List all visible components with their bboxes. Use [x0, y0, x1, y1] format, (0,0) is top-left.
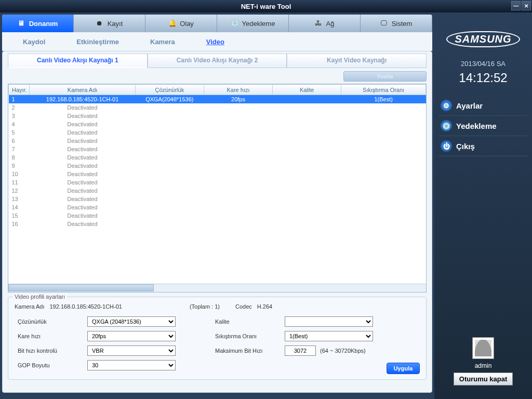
- source-tab-live2[interactable]: Canlı Video Akışı Kaynağı 2: [148, 54, 287, 68]
- quality-select[interactable]: [285, 316, 373, 327]
- maxbr-label: Maksimum Bit Hızı: [212, 348, 285, 354]
- subtab-register[interactable]: Kaydol: [23, 38, 45, 46]
- col-comp[interactable]: Sıkıştırma Oranı: [341, 85, 426, 95]
- col-no[interactable]: Hayır.: [9, 85, 30, 95]
- table-row[interactable]: 2Deactivated: [9, 103, 426, 112]
- table-row[interactable]: 14Deactivated: [9, 203, 426, 211]
- gear-icon: ⚙: [441, 100, 452, 111]
- quality-label: Kalite: [212, 318, 285, 325]
- camera-table-wrap: Hayır. Kamera Adı Çözünürlük Kare hızı K…: [8, 84, 427, 292]
- logout-button[interactable]: Oturumu kapat: [454, 373, 513, 385]
- maxbr-hint: (64 ~ 30720Kbps): [320, 348, 366, 354]
- subtab-activate[interactable]: Etkinleştirme: [76, 38, 119, 46]
- record-icon: ⏺: [96, 19, 104, 28]
- profile-codec-label: Codec: [235, 303, 252, 310]
- settings-button[interactable]: ⚙Ayarlar: [438, 96, 528, 116]
- user-name: admin: [438, 362, 528, 369]
- resolution-select[interactable]: QXGA (2048*1536): [87, 316, 176, 327]
- brand-logo: SAMSUNG: [438, 31, 528, 47]
- subtab-video[interactable]: Video: [206, 38, 224, 46]
- source-tab-record[interactable]: Kayıt Video Kaynağı: [287, 54, 427, 68]
- max-bitrate-input[interactable]: [285, 345, 316, 356]
- table-row[interactable]: 13Deactivated: [9, 195, 426, 203]
- power-icon: ⏻: [441, 140, 452, 152]
- source-tab-live1[interactable]: Canlı Video Akışı Kaynağı 1: [8, 54, 148, 68]
- tab-hardware[interactable]: 🖥Donanım: [2, 15, 74, 32]
- brc-label: Bit hızı kontrolü: [15, 348, 87, 354]
- col-res[interactable]: Çözünürlük: [135, 85, 204, 95]
- table-row[interactable]: 1192.168.0.185:4520-1CH-01QXGA(2048*1536…: [9, 95, 426, 104]
- backup-button[interactable]: 💿Yedekleme: [438, 116, 528, 136]
- horizontal-scrollbar[interactable]: [8, 284, 426, 292]
- profile-codec: H.264: [257, 303, 272, 310]
- hardware-icon: 🖥: [18, 19, 26, 28]
- framerate-select[interactable]: 20fps: [87, 331, 176, 341]
- table-row[interactable]: 3Deactivated: [9, 112, 426, 120]
- date-display: 2013/04/16 SA: [438, 60, 528, 68]
- profile-total: (Toplam : 1): [190, 303, 220, 310]
- bitrate-control-select[interactable]: VBR: [87, 345, 176, 356]
- tab-system[interactable]: 🖵Sistem: [361, 15, 432, 32]
- user-avatar: [472, 337, 494, 359]
- compression-select[interactable]: 1(Best): [285, 331, 373, 341]
- time-display: 14:12:52: [438, 71, 528, 85]
- main-tabs: 🖥Donanım ⏺Kayıt 🔔Olay 💿Yedekleme 🖧Ağ 🖵Si…: [2, 15, 432, 32]
- monitor-icon: 🖵: [380, 19, 389, 28]
- gop-select[interactable]: 30: [87, 360, 176, 370]
- col-q[interactable]: Kalite: [273, 85, 341, 95]
- refresh-button[interactable]: Yenile: [343, 71, 427, 82]
- app-title: NET-i ware Tool: [241, 3, 291, 10]
- col-fps[interactable]: Kare hızı: [204, 85, 272, 95]
- res-label: Çözünürlük: [15, 318, 87, 325]
- title-bar: NET-i ware Tool — ✕: [0, 0, 532, 12]
- subtab-camera[interactable]: Kamera: [150, 38, 175, 46]
- tab-network[interactable]: 🖧Ağ: [289, 15, 361, 32]
- col-name[interactable]: Kamera Adı: [30, 85, 135, 95]
- disc-icon: 💿: [441, 120, 452, 131]
- table-row[interactable]: 11Deactivated: [9, 178, 426, 187]
- fps-label: Kare hızı: [15, 333, 87, 339]
- table-row[interactable]: 9Deactivated: [9, 162, 426, 170]
- profile-cam-label: Kamera Adı: [15, 303, 44, 310]
- tab-record[interactable]: ⏺Kayıt: [74, 15, 145, 32]
- compress-label: Sıkıştırma Oranı: [212, 333, 285, 339]
- exit-button[interactable]: ⏻Çıkış: [438, 136, 528, 156]
- table-row[interactable]: 12Deactivated: [9, 187, 426, 195]
- disc-icon: 💿: [231, 19, 239, 28]
- profile-cam-name: 192.168.0.185:4520-1CH-01: [49, 303, 122, 310]
- gop-label: GOP Boyutu: [15, 362, 87, 368]
- minimize-button[interactable]: —: [511, 1, 521, 10]
- table-row[interactable]: 6Deactivated: [9, 137, 426, 145]
- table-row[interactable]: 16Deactivated: [9, 220, 426, 228]
- apply-button[interactable]: Uygula: [387, 363, 420, 374]
- bell-icon: 🔔: [168, 19, 177, 28]
- video-profile-box: Video profili ayarları Kamera Adı 192.16…: [8, 297, 427, 380]
- camera-table: Hayır. Kamera Adı Çözünürlük Kare hızı K…: [8, 84, 426, 228]
- table-row[interactable]: 5Deactivated: [9, 128, 426, 137]
- tab-event[interactable]: 🔔Olay: [145, 15, 217, 32]
- table-row[interactable]: 4Deactivated: [9, 120, 426, 128]
- table-row[interactable]: 7Deactivated: [9, 145, 426, 153]
- profile-legend: Video profili ayarları: [12, 294, 67, 300]
- table-row[interactable]: 10Deactivated: [9, 170, 426, 178]
- table-row[interactable]: 15Deactivated: [9, 211, 426, 220]
- network-icon: 🖧: [315, 19, 323, 28]
- sub-tabs: Kaydol Etkinleştirme Kamera Video: [2, 32, 432, 51]
- table-row[interactable]: 8Deactivated: [9, 153, 426, 162]
- tab-backup[interactable]: 💿Yedekleme: [217, 15, 289, 32]
- close-button[interactable]: ✕: [522, 1, 531, 10]
